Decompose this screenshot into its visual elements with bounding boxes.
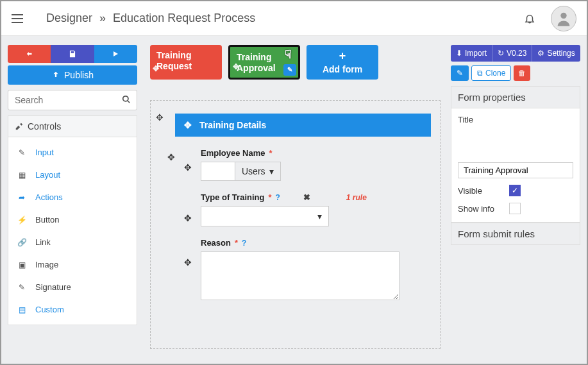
search-input[interactable] — [8, 90, 137, 110]
run-button[interactable] — [94, 45, 137, 63]
publish-button[interactable]: Publish — [8, 65, 137, 85]
help-icon[interactable]: ? — [276, 193, 280, 202]
caret-down-icon: ▾ — [317, 211, 322, 221]
controls-actions[interactable]: ➦Actions — [8, 186, 137, 208]
form-title-input[interactable] — [458, 162, 573, 178]
required-mark: * — [235, 238, 238, 248]
move-icon[interactable]: ✥ — [233, 62, 239, 71]
visible-label: Visible — [458, 186, 503, 196]
employee-name-input[interactable] — [201, 162, 235, 181]
link-icon: 🔗 — [17, 238, 26, 247]
import-button[interactable]: ⬇Import — [451, 45, 492, 62]
help-icon[interactable]: ? — [242, 239, 246, 248]
edit-form-button[interactable]: ✎ — [283, 64, 296, 76]
controls-image[interactable]: ▣Image — [8, 253, 137, 276]
controls-link[interactable]: 🔗Link — [8, 231, 137, 253]
move-icon[interactable]: ✥ — [184, 162, 192, 173]
pencil-icon: ✎ — [17, 283, 26, 292]
delete-button[interactable]: 🗑 — [514, 65, 530, 81]
avatar[interactable] — [551, 6, 576, 31]
controls-layout[interactable]: ▦Layout — [8, 164, 137, 186]
menu-toggle[interactable] — [12, 14, 23, 23]
type-of-training-select[interactable]: ▾ — [201, 206, 329, 226]
svg-point-1 — [123, 96, 128, 101]
gear-icon: ⚙ — [537, 49, 544, 58]
settings-button[interactable]: ⚙Settings — [532, 45, 580, 62]
required-mark: * — [269, 148, 272, 158]
form-tab-training-request[interactable]: ✥ Training Request — [150, 45, 222, 80]
controls-signature[interactable]: ✎Signature — [8, 276, 137, 298]
breadcrumb-sep: » — [99, 12, 106, 24]
controls-panel-header[interactable]: Controls — [8, 115, 137, 137]
actions-icon: ➦ — [17, 193, 26, 202]
save-button[interactable] — [51, 45, 94, 63]
form-properties-header[interactable]: Form properties — [451, 86, 580, 108]
move-icon[interactable]: ✥ — [184, 120, 192, 130]
remove-field-icon[interactable]: ✖ — [303, 192, 310, 202]
layout-icon: ▦ — [17, 171, 26, 180]
controls-input[interactable]: ✎Input — [8, 141, 137, 164]
edit-button[interactable]: ✎ — [451, 65, 469, 81]
exit-button[interactable] — [8, 45, 51, 63]
history-icon: ↻ — [498, 49, 504, 58]
move-icon[interactable]: ✥ — [156, 112, 164, 123]
svg-point-0 — [560, 12, 566, 18]
plus-icon: + — [339, 49, 346, 64]
clone-button[interactable]: ⧉Clone — [471, 65, 511, 81]
move-icon[interactable]: ✥ — [167, 152, 175, 162]
custom-icon: ▤ — [17, 305, 26, 314]
caret-down-icon: ▾ — [269, 166, 274, 176]
move-icon[interactable]: ✥ — [153, 64, 159, 73]
controls-button[interactable]: ⚡Button — [8, 208, 137, 231]
reason-textarea[interactable] — [201, 251, 399, 300]
download-icon: ⬇ — [456, 49, 462, 58]
rule-badge[interactable]: 1 rule — [346, 193, 367, 202]
field-label-reason: Reason — [201, 238, 231, 248]
image-icon: ▣ — [17, 260, 26, 269]
move-icon[interactable]: ✥ — [184, 257, 192, 267]
form-tab-training-approval[interactable]: ✥ Training Approval ☟ ✎ — [228, 45, 300, 80]
breadcrumb-root[interactable]: Designer — [46, 12, 92, 24]
showinfo-checkbox[interactable] — [509, 203, 521, 214]
users-dropdown[interactable]: Users▾ — [235, 162, 281, 181]
notifications-icon[interactable] — [524, 12, 535, 25]
title-label: Title — [458, 115, 473, 160]
tools-icon — [15, 122, 24, 131]
pencil-icon: ✎ — [457, 69, 463, 78]
search-icon[interactable] — [122, 95, 131, 106]
required-mark: * — [268, 192, 271, 202]
trash-icon: 🗑 — [518, 69, 526, 78]
cursor-icon: ☟ — [285, 48, 292, 62]
publish-label: Publish — [64, 70, 94, 80]
copy-icon: ⧉ — [477, 69, 483, 78]
section-header[interactable]: ✥ Training Details — [175, 114, 431, 137]
field-label-employee: Employee Name — [201, 148, 265, 158]
bolt-icon: ⚡ — [17, 216, 26, 225]
visible-checkbox[interactable]: ✓ — [509, 185, 521, 196]
field-label-type: Type of Training — [201, 192, 264, 202]
section-title: Training Details — [199, 120, 266, 130]
form-submit-rules-header[interactable]: Form submit rules — [451, 223, 580, 245]
breadcrumb: Designer » Education Request Process — [46, 12, 255, 25]
form-canvas[interactable]: ✥ ✥ Training Details ✥ ✥ Employee Name* … — [150, 100, 441, 349]
add-form-button[interactable]: + Add form — [307, 45, 378, 80]
edit-icon: ✎ — [17, 148, 26, 157]
breadcrumb-page: Education Request Process — [113, 12, 255, 24]
showinfo-label: Show info — [458, 204, 503, 214]
controls-custom[interactable]: ▤Custom — [8, 298, 137, 321]
move-icon[interactable]: ✥ — [184, 213, 192, 223]
version-button[interactable]: ↻V0.23 — [492, 45, 532, 62]
